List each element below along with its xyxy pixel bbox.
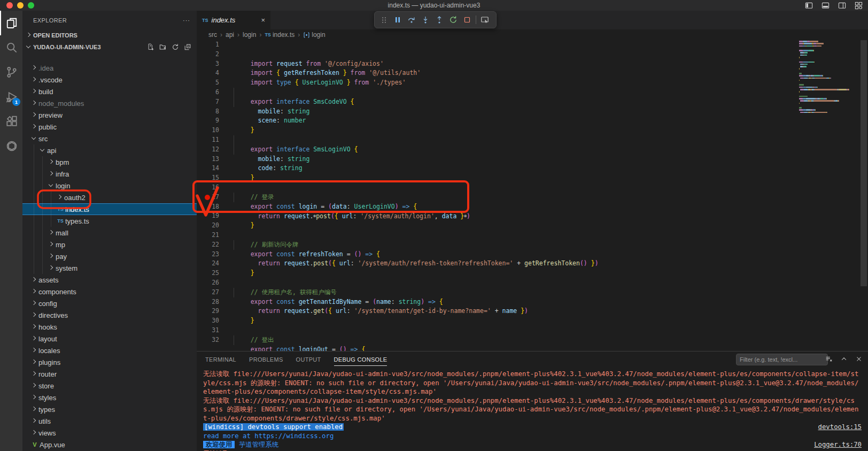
- toggle-panel-icon[interactable]: [821, 2, 830, 10]
- tree-item-router[interactable]: router: [22, 368, 197, 380]
- activity-source-control-icon[interactable]: [0, 60, 22, 85]
- code-line-27[interactable]: 27 return request.get({ url: '/system/te…: [197, 288, 868, 297]
- tree-item-assets[interactable]: assets: [22, 274, 197, 286]
- debug-console-filter-input[interactable]: [736, 354, 828, 365]
- code-line-7[interactable]: 7 scene: number: [197, 97, 868, 107]
- tree-item-public[interactable]: public: [22, 121, 197, 133]
- maximize-panel-icon[interactable]: [840, 355, 848, 363]
- code-line-17[interactable]: 17 return request.●post({ url: '/system/…: [197, 193, 868, 202]
- explorer-more-actions-icon[interactable]: ···: [183, 17, 190, 24]
- step-over-icon[interactable]: [405, 13, 418, 27]
- console-row[interactable]: 无法读取 file:///Users/yunai/Java/yudao-ui-a…: [203, 370, 862, 396]
- console-source-link[interactable]: devtools:15: [818, 423, 862, 432]
- tree-item-index.ts[interactable]: TSindex.ts: [22, 203, 197, 215]
- code-line-31[interactable]: 31export const loginOut = () => {: [197, 326, 868, 335]
- close-tab-icon[interactable]: ×: [261, 16, 265, 24]
- drag-handle-icon[interactable]: [377, 13, 391, 27]
- panel-tab-output[interactable]: OUTPUT: [296, 351, 321, 368]
- tree-item-utils[interactable]: utils: [22, 415, 197, 427]
- breadcrumb-item-api[interactable]: api: [226, 31, 234, 39]
- code-line-11[interactable]: 11 mobile: string: [197, 135, 868, 145]
- tree-item-store[interactable]: store: [22, 380, 197, 392]
- tree-item-api[interactable]: api: [22, 144, 197, 156]
- code-line-16[interactable]: 16export const login = (data: UserLoginV…: [197, 183, 868, 193]
- new-folder-icon[interactable]: [159, 43, 167, 51]
- console-source-link[interactable]: Logger.ts:70: [814, 440, 862, 449]
- panel-tab-terminal[interactable]: TERMINAL: [205, 351, 236, 368]
- tree-item-.vscode[interactable]: .vscode: [22, 74, 197, 86]
- tree-item-bpm[interactable]: bpm: [22, 156, 197, 168]
- activity-explorer-icon[interactable]: [0, 11, 22, 35]
- collapse-all-icon[interactable]: [184, 43, 191, 51]
- tree-item-App.vue[interactable]: VApp.vue: [22, 439, 197, 450]
- code-line-24[interactable]: 24: [197, 259, 868, 269]
- code-line-29[interactable]: 29: [197, 307, 868, 316]
- editor-scrollbar[interactable]: [861, 40, 867, 286]
- code-line-21[interactable]: 21export const refreshToken = () => {: [197, 231, 868, 240]
- customize-layout-icon[interactable]: [855, 2, 863, 10]
- code-line-12[interactable]: 12 code: string: [197, 145, 868, 155]
- tree-item-config[interactable]: config: [22, 297, 197, 309]
- toggle-secondary-sidebar-icon[interactable]: [838, 2, 846, 10]
- code-line-5[interactable]: 5export interface SmsCodeVO {: [197, 78, 868, 88]
- code-line-32[interactable]: 32 return request.post({ url: '/system/a…: [197, 335, 868, 345]
- code-line-14[interactable]: 14: [197, 164, 868, 173]
- code-line-1[interactable]: 1import request from '@/config/axios': [197, 40, 868, 50]
- project-root-row[interactable]: YUDAO-UI-ADMIN-VUE3: [22, 41, 197, 53]
- tree-item-components[interactable]: components: [22, 286, 197, 297]
- activity-chatgpt-extension-icon[interactable]: [0, 134, 22, 158]
- tree-item-infra[interactable]: infra: [22, 168, 197, 180]
- console-row[interactable]: [windicss] devtools support enableddevto…: [203, 423, 862, 432]
- tree-item-types[interactable]: types: [22, 403, 197, 415]
- code-line-30[interactable]: 30// 登出: [197, 316, 868, 326]
- console-row[interactable]: 欢迎使用芋道管理系统Logger.ts:70: [203, 440, 862, 449]
- tree-item-mp[interactable]: mp: [22, 239, 197, 250]
- tree-item-layout[interactable]: layout: [22, 333, 197, 345]
- clear-console-icon[interactable]: [825, 355, 833, 363]
- code-line-18[interactable]: 18}: [197, 202, 868, 212]
- tree-item-types.ts[interactable]: TStypes.ts: [22, 215, 197, 227]
- code-line-28[interactable]: 28}: [197, 297, 868, 307]
- tab-index-ts[interactable]: TS index.ts ×: [197, 11, 270, 29]
- code-line-3[interactable]: 3import type { UserLoginVO } from './typ…: [197, 59, 868, 69]
- new-file-icon[interactable]: [147, 43, 154, 51]
- code-line-13[interactable]: 13}: [197, 155, 868, 164]
- code-editor[interactable]: 1import request from '@/config/axios' 2i…: [197, 40, 868, 351]
- tree-item-oauth2[interactable]: oauth2: [22, 192, 197, 203]
- console-row[interactable]: 无法读取 file:///Users/yunai/Java/yudao-ui-a…: [203, 396, 862, 423]
- code-line-6[interactable]: 6 mobile: string: [197, 88, 868, 97]
- tree-item-system[interactable]: system: [22, 262, 197, 274]
- tree-item-mall[interactable]: mall: [22, 227, 197, 239]
- activity-run-debug-icon[interactable]: 1: [0, 85, 22, 109]
- code-line-20[interactable]: 20// 刷新访问令牌: [197, 221, 868, 231]
- toggle-sidebar-icon[interactable]: [805, 2, 813, 10]
- tree-item-preview[interactable]: preview: [22, 109, 197, 121]
- tree-item-src[interactable]: src: [22, 133, 197, 144]
- tree-item-directives[interactable]: directives: [22, 309, 197, 321]
- code-line-23[interactable]: 23}: [197, 250, 868, 259]
- breadcrumb-item-src[interactable]: src: [208, 31, 217, 39]
- console-row[interactable]: read more at https://windicss.org: [203, 432, 862, 441]
- tree-item-hooks[interactable]: hooks: [22, 321, 197, 333]
- stop-icon[interactable]: [460, 13, 474, 27]
- step-into-icon[interactable]: [418, 13, 432, 27]
- screencast-icon[interactable]: [478, 13, 492, 27]
- code-line-22[interactable]: 22 return request.post({ url: '/system/a…: [197, 240, 868, 250]
- minimap[interactable]: [799, 41, 852, 114]
- close-panel-icon[interactable]: [855, 355, 863, 363]
- tree-item-styles[interactable]: styles: [22, 392, 197, 403]
- code-line-19[interactable]: 19: [197, 211, 868, 221]
- open-editors-section[interactable]: OPEN EDITORS: [22, 29, 197, 41]
- breadcrumb-item-login[interactable]: login: [303, 31, 325, 39]
- pause-icon[interactable]: [391, 13, 405, 27]
- console-row[interactable]: 无法读取 file:///Users/yunai/Java/yudao-ui-a…: [203, 449, 862, 451]
- step-out-icon[interactable]: [432, 13, 446, 27]
- code-line-15[interactable]: 15// 登录: [197, 173, 868, 183]
- tree-item-plugins[interactable]: plugins: [22, 356, 197, 368]
- breadcrumb-item-index.ts[interactable]: TSindex.ts: [265, 31, 294, 39]
- panel-tab-problems[interactable]: PROBLEMS: [249, 351, 283, 368]
- tree-item-node_modules[interactable]: node_modules: [22, 97, 197, 109]
- tree-item-locales[interactable]: locales: [22, 345, 197, 356]
- tree-item-pay[interactable]: pay: [22, 250, 197, 262]
- code-line-26[interactable]: 26export const getTenantIdByName = (name…: [197, 278, 868, 288]
